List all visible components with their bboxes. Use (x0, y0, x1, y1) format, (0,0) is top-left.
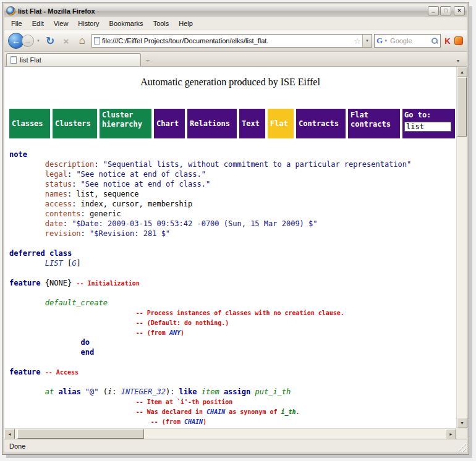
tab-label: list Flat (20, 56, 41, 64)
code-line: date: "$Date: 2009-03-15 09:53:42 -0700 … (9, 219, 456, 229)
horizontal-scroll-track[interactable] (15, 429, 446, 439)
firefox-window: list Flat - Mozilla Firefox _ □ × File E… (2, 2, 469, 454)
addon-k-icon[interactable]: K (443, 36, 453, 46)
google-icon[interactable]: G (376, 36, 383, 46)
addon-orange-icon[interactable] (454, 36, 463, 45)
code-line: deferred class (9, 248, 456, 258)
doc-nav-contracts[interactable]: Contracts (296, 109, 346, 138)
maximize-button[interactable]: □ (440, 6, 451, 15)
doc-nav-flat[interactable]: Flat (268, 109, 294, 138)
menu-bookmarks[interactable]: Bookmarks (105, 19, 148, 28)
search-engine-dropdown-icon[interactable]: ▼ (383, 39, 389, 43)
history-dropdown-icon[interactable]: ▼ (36, 39, 41, 43)
menu-file[interactable]: File (7, 19, 27, 28)
scroll-left-icon[interactable]: ◄ (4, 429, 15, 439)
scrollbar-corner (456, 428, 467, 439)
home-icon[interactable]: ⌂ (75, 35, 90, 47)
scroll-right-icon[interactable]: ► (446, 429, 456, 439)
doc-nav-chart[interactable]: Chart (154, 109, 185, 138)
code-line: LIST [G] (9, 258, 456, 268)
code-line (9, 357, 456, 367)
doc-nav-classes[interactable]: Classes (9, 109, 50, 138)
vertical-scroll-thumb[interactable] (457, 77, 467, 137)
content-area: Automatic generation produced by ISE Eif… (4, 67, 467, 439)
code-line: names: list, sequence (9, 189, 456, 199)
doc-nav-flat-contracts[interactable]: Flat contracts (348, 109, 400, 138)
menubar: File Edit View History Bookmarks Tools H… (4, 17, 467, 30)
forward-icon[interactable]: → (22, 35, 34, 47)
code-line: -- (Default: do nothing.) (9, 318, 456, 328)
menu-view[interactable]: View (49, 19, 73, 28)
goto-input[interactable] (404, 122, 451, 132)
horizontal-scroll-thumb[interactable] (17, 429, 144, 439)
address-input[interactable] (100, 37, 352, 44)
goto-label: Go to: (404, 111, 453, 120)
search-input[interactable] (389, 36, 431, 45)
scroll-up-icon[interactable]: ▲ (457, 67, 467, 77)
reload-icon[interactable]: ↻ (43, 35, 57, 48)
doc-header: Automatic generation produced by ISE Eif… (4, 77, 456, 88)
close-button[interactable]: × (454, 6, 465, 15)
code-block: note description: "Sequential lists, wit… (9, 150, 456, 426)
goto-box: Go to: (402, 109, 455, 138)
code-line: feature -- Access (9, 367, 456, 377)
code-line: contents: generic (9, 209, 456, 219)
site-page-icon (94, 37, 100, 44)
address-bar[interactable]: ☆ ▼ (91, 34, 372, 48)
code-line: -- Process instances of classes with no … (9, 308, 456, 318)
navigation-toolbar: ← → ▼ ↻ × ⌂ ☆ ▼ G ▼ K (4, 30, 467, 52)
status-bar: Done (4, 439, 467, 452)
tab-bar: list Flat ÷ ▼ (4, 52, 467, 67)
code-line: -- Item at `i'-th position (9, 397, 456, 407)
bookmark-star-icon[interactable]: ☆ (352, 36, 362, 46)
resize-grip-icon[interactable] (457, 442, 466, 452)
menu-history[interactable]: History (74, 19, 103, 28)
code-line: end (9, 347, 456, 357)
code-line: feature {NONE} -- Initialization (9, 278, 456, 288)
scroll-down-icon[interactable]: ▼ (457, 418, 467, 428)
window-title: list Flat - Mozilla Firefox (18, 7, 425, 15)
doc-nav-buttons: ClassesClustersCluster hierarchyChartRel… (9, 109, 456, 138)
code-line: legal: "See notice at end of class." (9, 169, 456, 179)
doc-nav-text[interactable]: Text (239, 109, 265, 138)
code-line: status: "See notice at end of class." (9, 179, 456, 189)
code-line: note (9, 150, 456, 159)
vertical-scroll-track[interactable] (457, 77, 467, 418)
tab-list-dropdown-icon[interactable]: ▼ (453, 59, 464, 63)
document-page: Automatic generation produced by ISE Eif… (4, 67, 456, 428)
code-line: description: "Sequential lists, without … (9, 159, 456, 169)
horizontal-scrollbar[interactable]: ◄ ► (4, 428, 456, 439)
tab-list-flat[interactable]: list Flat (6, 53, 141, 66)
window-controls: _ □ × (428, 6, 465, 15)
menu-edit[interactable]: Edit (28, 19, 48, 28)
titlebar[interactable]: list Flat - Mozilla Firefox _ □ × (4, 4, 467, 17)
code-line: do (9, 337, 456, 347)
search-magnifier-icon[interactable] (431, 37, 438, 44)
code-line (9, 377, 456, 387)
code-line: -- (from ANY) (9, 328, 456, 337)
search-bar[interactable]: G ▼ (374, 34, 441, 48)
address-dropdown-icon[interactable]: ▼ (362, 35, 372, 47)
stop-icon: × (59, 36, 73, 46)
code-line: revision: "$Revision: 281 $" (9, 229, 456, 239)
vertical-scrollbar[interactable]: ▲ ▼ (456, 67, 467, 428)
code-line: -- Was declared in CHAIN as synonym of i… (9, 407, 456, 417)
code-line: at alias "@" (i: INTEGER_32): like item … (9, 387, 456, 397)
minimize-button[interactable]: _ (428, 6, 439, 15)
doc-nav-cluster-hierarchy[interactable]: Cluster hierarchy (100, 109, 151, 138)
code-line (9, 288, 456, 298)
code-line: -- (from CHAIN) (9, 417, 456, 426)
tab-page-icon (11, 56, 17, 64)
code-line: access: index, cursor, membership (9, 199, 456, 209)
firefox-icon (6, 6, 15, 15)
code-line (9, 268, 456, 278)
code-line: default_create (9, 298, 456, 308)
tab-splitter-icon[interactable]: ÷ (146, 56, 150, 64)
doc-nav-clusters[interactable]: Clusters (53, 109, 97, 138)
menu-tools[interactable]: Tools (149, 19, 174, 28)
menu-help[interactable]: Help (174, 19, 197, 28)
status-text: Done (9, 442, 25, 450)
doc-nav-relations[interactable]: Relations (187, 109, 237, 138)
code-line (9, 239, 456, 248)
